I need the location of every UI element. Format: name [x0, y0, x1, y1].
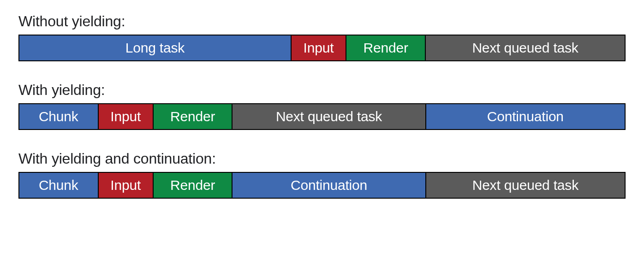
segment-input: Input	[99, 173, 154, 198]
section-title: Without yielding:	[18, 13, 626, 30]
section-with-yielding: With yielding: Chunk Input Render Next q…	[18, 82, 626, 130]
timeline-bar: Chunk Input Render Next queued task Cont…	[18, 103, 626, 130]
timeline-bar: Long task Input Render Next queued task	[18, 35, 626, 61]
timeline-bar: Chunk Input Render Continuation Next que…	[18, 172, 626, 199]
segment-chunk: Chunk	[19, 173, 99, 198]
segment-input: Input	[99, 104, 154, 129]
segment-render: Render	[346, 35, 426, 60]
section-with-yielding-continuation: With yielding and continuation: Chunk In…	[18, 150, 626, 199]
segment-render: Render	[154, 173, 233, 198]
segment-render: Render	[154, 104, 233, 129]
section-title: With yielding:	[18, 82, 626, 99]
section-title: With yielding and continuation:	[18, 150, 626, 167]
segment-next-task: Next queued task	[233, 104, 426, 129]
section-without-yielding: Without yielding: Long task Input Render…	[18, 13, 626, 61]
segment-next-task: Next queued task	[426, 35, 625, 60]
segment-continuation: Continuation	[426, 104, 625, 129]
segment-long-task: Long task	[19, 35, 292, 60]
segment-continuation: Continuation	[233, 173, 426, 198]
segment-input: Input	[292, 35, 347, 60]
segment-next-task: Next queued task	[426, 173, 625, 198]
segment-chunk: Chunk	[19, 104, 99, 129]
